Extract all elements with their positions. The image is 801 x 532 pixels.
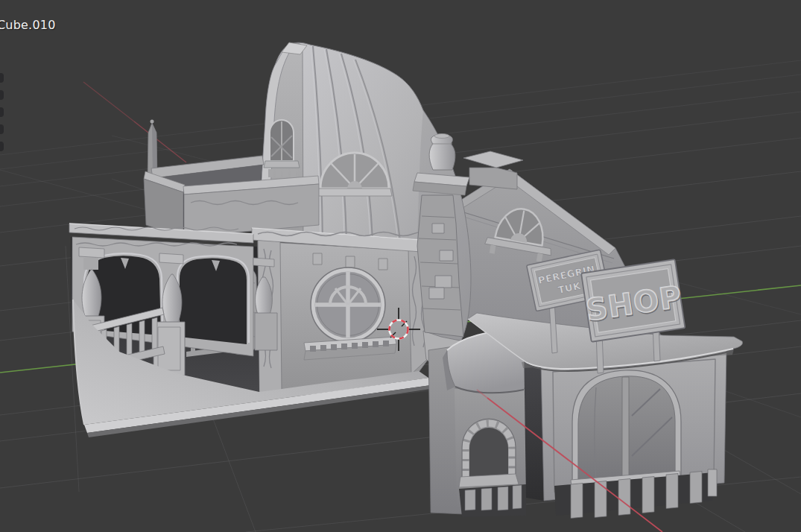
blender-3d-viewport[interactable]: PEREGRIN TUK SHOP SHOP Cube.010 [0,0,801,532]
chimney-pot [429,136,455,170]
porch-arch-opening [180,258,247,344]
edge-notch [0,124,4,134]
round-porthole-window [311,267,385,342]
shop-left-wall [455,387,526,517]
round-window-wall [252,228,443,394]
edge-notch [0,90,4,100]
shop-sign: SHOP SHOP [580,259,687,342]
shop-front [428,313,743,519]
edge-notch [0,107,4,117]
edge-notch [0,73,4,83]
viewport-canvas[interactable]: PEREGRIN TUK SHOP SHOP [0,0,801,532]
edge-notch [0,142,4,151]
active-object-label: Cube.010 [0,19,56,31]
arched-shop-door [572,370,681,484]
